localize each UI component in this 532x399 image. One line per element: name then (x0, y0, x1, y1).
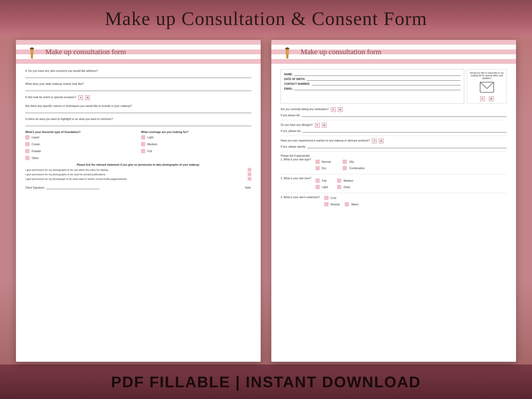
skin-tick-intro: Please tick if appropriate. (281, 154, 507, 157)
reaction-followup-field[interactable] (307, 144, 507, 148)
dry-checkbox[interactable] (315, 166, 320, 170)
fair-checkbox[interactable] (315, 178, 320, 183)
svg-rect-3 (286, 55, 288, 59)
med-yes-1[interactable]: Y (331, 107, 336, 112)
envelope-area (469, 82, 504, 94)
makeup-brush-icon (24, 44, 40, 60)
q8-field[interactable] (25, 122, 251, 126)
medication-followup-field[interactable] (302, 113, 507, 117)
tone-medium[interactable]: Medium (337, 178, 353, 183)
oily-label: Oily (349, 160, 354, 163)
date-label: Date: (245, 186, 251, 189)
divider-2 (281, 136, 507, 136)
skin-normal[interactable]: Normal (315, 160, 338, 164)
divider-5 (281, 193, 507, 193)
tone-light[interactable]: Light (315, 185, 332, 189)
reaction-followup: If yes, please specify: (281, 144, 507, 148)
right-page-content: NAME: DATE OF BIRTH: CONTACT NUMBER: EMA… (271, 64, 516, 362)
liquid-checkbox[interactable] (25, 135, 30, 139)
svg-rect-4 (286, 49, 289, 55)
dob-label: DATE OF BIRTH: (284, 78, 305, 81)
svg-rect-1 (30, 49, 34, 55)
permission-checkbox-3[interactable] (248, 177, 251, 181)
q7-field[interactable] (25, 109, 251, 113)
name-field[interactable] (294, 72, 461, 76)
svg-rect-0 (31, 55, 33, 59)
undertone-row: 3. What is your skin's undertone? Cool N… (281, 196, 507, 206)
permission-checkbox-1[interactable] (248, 168, 251, 172)
tone-medium-checkbox[interactable] (337, 178, 341, 183)
powder-checkbox[interactable] (25, 149, 30, 153)
allergy-question: Do you have any allergies? Y N If yes, p… (281, 123, 507, 132)
coverage-full[interactable]: Full (141, 149, 251, 153)
main-title: Make up Consultation & Consent Form (105, 8, 427, 30)
coverage-medium[interactable]: Medium (141, 142, 251, 146)
reaction-yes[interactable]: Y (372, 139, 377, 143)
foundation-cream[interactable]: Cream (25, 142, 136, 146)
light-checkbox[interactable] (141, 135, 145, 139)
oily-checkbox[interactable] (343, 160, 347, 164)
foundation-powder[interactable]: Powder (25, 149, 136, 153)
q6-yes-box[interactable]: Y (78, 95, 83, 100)
allergy-no[interactable]: N (322, 123, 327, 128)
normal-checkbox[interactable] (315, 160, 320, 164)
coverage-light[interactable]: Light (141, 135, 251, 139)
full-checkbox[interactable] (141, 149, 145, 153)
medium-checkbox[interactable] (141, 142, 145, 146)
tone-light-checkbox[interactable] (315, 185, 320, 189)
warm-checkbox[interactable] (345, 202, 349, 206)
signature-underline[interactable] (46, 185, 99, 189)
allergy-followup-field[interactable] (302, 129, 507, 132)
q4-field[interactable] (25, 74, 251, 78)
foundation-other[interactable]: Other (25, 156, 136, 160)
q5-label: What does your daily makeup routine look… (25, 82, 251, 85)
right-page-header: Make up consultation form (271, 40, 516, 64)
allergy-label: Do you have any allergies? (281, 123, 313, 126)
coverage-col: What coverage are you looking for? Light… (141, 130, 251, 160)
undertone-grid: Cool Neutral Warm (324, 196, 359, 206)
neutral-checkbox[interactable] (324, 202, 329, 206)
skin-oily[interactable]: Oily (343, 160, 365, 164)
undertone-neutral[interactable]: Neutral (324, 202, 340, 206)
skin-tone-grid: Fair Medium Light Deep (315, 178, 354, 189)
permission-checkbox-2[interactable] (248, 172, 251, 176)
email-field[interactable] (294, 86, 461, 90)
contact-field[interactable] (311, 82, 461, 85)
q6-no-box[interactable]: N (85, 95, 90, 100)
makeup-brush-icon-2 (279, 44, 295, 60)
skin-type-label: 1. What is your skin type? (281, 158, 311, 161)
name-row: NAME: (284, 72, 461, 76)
foundation-liquid[interactable]: Liquid (25, 135, 136, 139)
cool-checkbox[interactable] (324, 196, 329, 200)
tone-deep[interactable]: Deep (337, 185, 353, 189)
bottom-title: PDF FILLABLE | INSTANT DOWNLOAD (111, 373, 421, 391)
undertone-warm[interactable]: Warm (345, 202, 359, 206)
combination-checkbox[interactable] (343, 166, 347, 170)
medication-question: Are you currently taking any medication?… (281, 107, 507, 117)
dob-row: DATE OF BIRTH: (284, 77, 461, 81)
full-label: Full (147, 149, 152, 153)
mailing-yes-box[interactable]: Y (480, 96, 485, 101)
question-7: Are there any specific colours or techni… (25, 104, 251, 113)
divider-3 (281, 151, 507, 152)
tone-fair[interactable]: Fair (315, 178, 332, 183)
client-signature-field: Client Signature: (25, 185, 99, 189)
skin-dry[interactable]: Dry (315, 166, 338, 170)
question-5: What does your daily makeup routine look… (25, 82, 251, 91)
undertone-cool[interactable]: Cool (324, 196, 359, 200)
svg-rect-6 (480, 82, 494, 92)
skin-tone-label: 2. What is your skin tone? (281, 177, 311, 180)
cream-checkbox[interactable] (25, 142, 30, 146)
q5-field[interactable] (25, 87, 251, 91)
medication-label: Are you currently taking any medication? (281, 108, 329, 111)
reaction-no[interactable]: N (379, 139, 384, 143)
other-checkbox[interactable] (25, 156, 30, 160)
allergy-yes[interactable]: Y (315, 123, 320, 128)
dob-field[interactable] (307, 77, 461, 81)
permission-text-2: I give permission for my photographs to … (25, 173, 246, 176)
deep-checkbox[interactable] (337, 185, 341, 189)
right-form-title: Make up consultation form (301, 48, 381, 56)
skin-combination[interactable]: Combination (343, 166, 365, 170)
mailing-no-box[interactable]: N (489, 96, 494, 101)
med-no-1[interactable]: N (338, 107, 343, 112)
